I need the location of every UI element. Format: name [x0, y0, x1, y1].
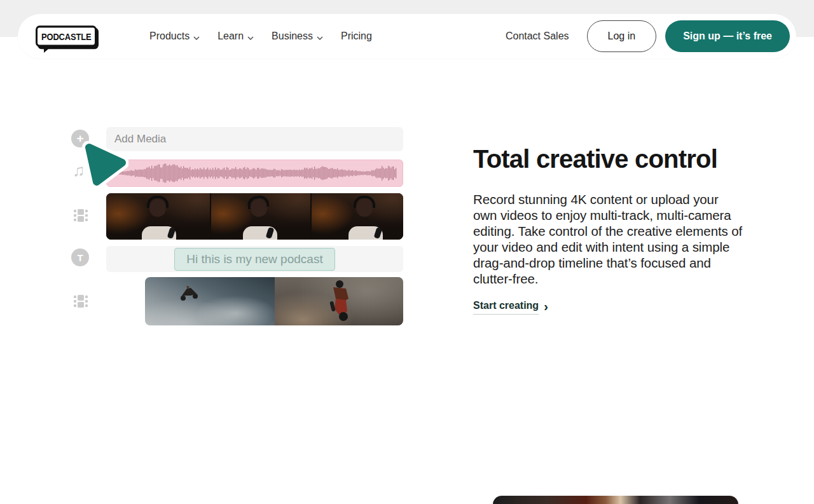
hero-copy: Total creative control Record stunning 4…: [473, 145, 743, 287]
person-silhouette: [249, 198, 268, 217]
person-silhouette: [149, 199, 166, 217]
login-button[interactable]: Log in: [587, 20, 657, 52]
nav-label: Business: [272, 31, 313, 42]
contact-sales-link[interactable]: Contact Sales: [506, 31, 569, 42]
nav-label: Products: [149, 31, 190, 42]
signup-button[interactable]: Sign up — it’s free: [665, 20, 790, 52]
video-track-motocross: [145, 277, 403, 325]
header: PODCASTLE Products Learn Business Pricin…: [18, 14, 796, 58]
video-track-podcast: [106, 193, 403, 240]
chevron-down-icon: [247, 31, 254, 43]
logo-speech-tail: [44, 46, 52, 53]
person-silhouette: [356, 199, 373, 217]
video-frame-bike-dust: [275, 277, 403, 325]
dirtbike-silhouette: [178, 286, 200, 301]
text-tool-icon: T: [71, 249, 89, 266]
chevron-right-icon: ›: [544, 300, 548, 313]
caption-box: Hi this is my new podcast: [174, 248, 335, 271]
rider-silhouette: [324, 280, 354, 322]
text-track: Hi this is my new podcast: [106, 246, 403, 272]
nav-label: Pricing: [341, 31, 372, 42]
filmstrip-icon: [72, 293, 89, 312]
audio-waveform: [112, 160, 399, 186]
audio-waveform-bars: [114, 164, 396, 183]
podcastle-logo[interactable]: PODCASTLE: [36, 27, 97, 46]
podcastle-logo-text: PODCASTLE: [36, 25, 97, 47]
hero-description: Record stunning 4K content or upload you…: [473, 191, 743, 287]
editor-timeline-illustration: + ♫ T Add Media: [71, 127, 403, 327]
main-nav: Products Learn Business Pricing: [149, 30, 372, 43]
video-frame-podcast: [106, 193, 210, 240]
audio-track: [106, 160, 403, 187]
nav-item-business[interactable]: Business: [272, 30, 323, 43]
page-title: Total creative control: [473, 145, 743, 174]
video-frame-bike-jump: [145, 277, 275, 325]
nav-item-products[interactable]: Products: [149, 30, 200, 43]
video-frame-podcast: [312, 193, 403, 240]
nav-item-learn[interactable]: Learn: [217, 30, 254, 43]
start-creating-label: Start creating: [473, 300, 539, 315]
video-frame-podcast: [211, 193, 310, 240]
next-section-image: [493, 496, 738, 504]
header-actions: Contact Sales Log in Sign up — it’s free: [506, 20, 790, 52]
nav-label: Learn: [217, 31, 244, 42]
chevron-down-icon: [193, 31, 200, 43]
filmstrip-icon: [72, 207, 89, 226]
add-media-row: Add Media: [106, 127, 403, 151]
teal-cursor-icon: [81, 141, 128, 189]
nav-item-pricing[interactable]: Pricing: [341, 31, 372, 42]
start-creating-link[interactable]: Start creating ›: [473, 300, 548, 315]
chevron-down-icon: [317, 31, 323, 43]
